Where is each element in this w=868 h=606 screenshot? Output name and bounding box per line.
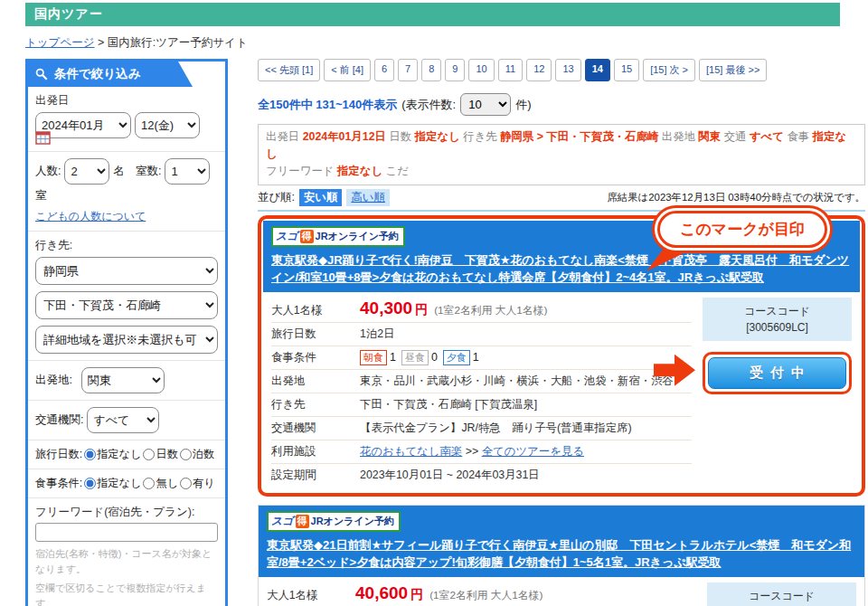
transport-row: 交通機関 【表示代金プラン】JR/特急 踊り子号(普通車指定席) [271, 417, 692, 440]
highlight-frame: スゴ 得 JRオンライン予約 東京駅発◆JR踊り子で行く!南伊豆 下賀茂★花のお… [258, 215, 865, 497]
breadcrumb-home-link[interactable]: トップページ [25, 36, 94, 49]
origin-select[interactable]: 関東 [81, 367, 165, 393]
filter-sidebar-header: 条件で絞り込み [28, 62, 193, 87]
all-tours-link[interactable]: 全てのツアーを見る [482, 445, 584, 458]
pagination-page-14-current[interactable]: 14 [585, 59, 610, 81]
tour-card-2-header: スゴ 得 JRオンライン予約 東京駅発◆21日前割★サフィール踊り子で行く南伊豆… [259, 506, 864, 577]
meal-option-without[interactable]: 無し [143, 476, 178, 491]
people-unit: 名 [113, 164, 125, 179]
meal-radio-without[interactable] [143, 478, 155, 489]
trip-days-option-days[interactable]: 日数 [143, 447, 177, 462]
destination-row: 行き先 下田・下賀茂・石廊崎 [下賀茂温泉] [271, 393, 692, 417]
meal-option-none[interactable]: 指定なし [84, 476, 141, 491]
price-value: 40,600 [355, 583, 408, 603]
pagination-page-9[interactable]: 9 [445, 59, 465, 81]
transport-section: 交通機関: すべて [28, 400, 225, 440]
results-count-row: 全150件中 131~140件表示 (表示件数: 10 件) [258, 93, 865, 116]
calendar-icon[interactable] [35, 131, 51, 145]
facility-link[interactable]: 花のおもてなし南楽 [360, 445, 462, 458]
course-code-box: コースコード [3005609LC] [703, 298, 852, 341]
toku-logo-mark: 得 [300, 230, 314, 243]
destination-area-select[interactable]: 下田・下賀茂・石廊崎 [35, 291, 218, 319]
destination-pref-select[interactable]: 静岡県 [35, 257, 218, 285]
status-highlight-ring: 受付中 [703, 352, 852, 394]
trip-days-label: 旅行日数: [35, 447, 82, 462]
pagination: << 先頭 [1] < 前 [4] 6 7 8 9 10 11 12 13 14… [258, 59, 865, 81]
trip-days-radio-nights[interactable] [180, 449, 192, 460]
trip-days-section: 旅行日数: 指定なし 日数 泊数 [28, 440, 225, 469]
accepting-button[interactable]: 受付中 [708, 357, 846, 389]
per-page-suffix: 件) [515, 97, 531, 113]
trip-days-row: 旅行日数 1泊2日 [271, 323, 692, 346]
jr-online-label: JRオンライン予約 [316, 230, 399, 243]
tour-card-2: スゴ 得 JRオンライン予約 東京駅発◆21日前割★サフィール踊り子で行く南伊豆… [258, 505, 865, 606]
rooms-label: 室数: [136, 164, 161, 179]
sort-cheapest-button[interactable]: 安い順 [299, 189, 342, 206]
rooms-unit: 室 [35, 188, 47, 204]
filter-sidebar: 条件で絞り込み 出発日 2024年01月 12(金) [25, 59, 228, 606]
filter-summary-box: 出発日 2024年01月12日 日数 指定なし 行き先 静岡県 > 下田・下賀茂… [258, 124, 865, 185]
facility-row: 利用施設 花のおもてなし南楽 >> 全てのツアーを見る [271, 440, 692, 464]
pagination-page-6[interactable]: 6 [374, 59, 394, 81]
meal-radio-none[interactable] [84, 478, 96, 489]
availability-timestamp-note: 席結果は2023年12月13日 03時40分時点での状況です。 [607, 191, 865, 204]
tour-card-2-side: コースコード [3004919ME] 満席 [707, 580, 856, 606]
sugotoku-jr-badge: スゴ 得 JRオンライン予約 [271, 226, 405, 247]
freeword-section: フリーワード(宿泊先・プラン): 宿泊先(名称・特徴)・コース名が対象となります… [28, 497, 225, 606]
pagination-first[interactable]: << 先頭 [1] [258, 59, 320, 81]
transport-label: 交通機関: [35, 412, 83, 428]
pagination-page-13[interactable]: 13 [555, 59, 580, 81]
per-page-select[interactable]: 10 [460, 93, 511, 116]
transport-select[interactable]: すべて [87, 407, 159, 433]
meal-condition-section: 食事条件: 指定なし 無し 有り [28, 469, 225, 497]
pagination-next[interactable]: [15] 次 > [643, 59, 695, 81]
pagination-page-15[interactable]: 15 [614, 59, 639, 81]
pagination-page-11[interactable]: 11 [498, 59, 523, 81]
sort-label: 並び順: [258, 190, 295, 205]
filter-summary-line-1: 出発日 2024年01月12日 日数 指定なし 行き先 静岡県 > 下田・下賀茂… [266, 128, 857, 163]
freeword-label: フリーワード(宿泊先・プラン): [35, 505, 218, 520]
results-main: << 先頭 [1] < 前 [4] 6 7 8 9 10 11 12 13 14… [258, 59, 865, 606]
trip-days-radio-none[interactable] [84, 449, 96, 460]
trip-days-option-none[interactable]: 指定なし [84, 447, 141, 462]
pagination-prev[interactable]: < 前 [4] [324, 59, 371, 81]
departure-date-label: 出発日 [35, 93, 218, 109]
sort-expensive-button[interactable]: 高い順 [346, 189, 389, 206]
pagination-page-12[interactable]: 12 [526, 59, 552, 81]
sugotoku-logo: スゴ [276, 229, 298, 244]
pagination-page-7[interactable]: 7 [398, 59, 418, 81]
per-page-prefix: (表示件数: [401, 97, 456, 113]
tour-title-link[interactable]: 東京駅発◆JR踊り子で行く!南伊豆 下賀茂★花のおもてなし南楽<禁煙 下賀茂亭 … [271, 251, 852, 287]
sort-row: 並び順: 安い順 高い順 席結果は2023年12月13日 03時40分時点での状… [258, 189, 865, 212]
results-count: 全150件中 131~140件表示 [258, 97, 397, 113]
rooms-select[interactable]: 1 [165, 158, 210, 185]
freeword-note-1: 宿泊先(名称・特徴)・コース名が対象となります。 [35, 546, 218, 576]
origin-label: 出発地: [35, 373, 72, 388]
filter-sidebar-title: 条件で絞り込み [54, 66, 140, 82]
breadcrumb-separator: > [98, 36, 104, 49]
children-count-link[interactable]: こどもの人数について [35, 209, 146, 224]
meal-radio-with[interactable] [180, 478, 192, 489]
price-row: 大人1名様 40,300 円 (1室2名利用 大人1名様) [271, 295, 692, 323]
meal-row: 食事条件 朝食1 昼食0 夕食1 [271, 346, 692, 370]
tour-card-2-body: 大人1名様 40,600 円 (1室2名利用 大人1名様) 旅行日数 1泊2日 … [259, 577, 864, 606]
meal-option-with[interactable]: 有り [180, 476, 215, 491]
filter-summary-line-2: フリーワード 指定なし こだ [266, 163, 857, 180]
trip-days-radio-days[interactable] [143, 449, 155, 460]
people-select[interactable]: 2 [64, 158, 109, 185]
period-row: 設定期間 2023年10月01日 ~ 2024年03月31日 [271, 464, 692, 487]
destination-detail-select[interactable]: 詳細地域を選択※未選択も可 [35, 326, 218, 354]
pagination-last[interactable]: [15] 最後 >> [699, 59, 767, 81]
search-icon [35, 68, 48, 80]
lunch-badge: 昼食 [401, 350, 429, 365]
course-code-box: コースコード [3004919ME] [707, 582, 856, 606]
pagination-page-8[interactable]: 8 [421, 59, 441, 81]
departure-day-select[interactable]: 12(金) [135, 112, 200, 138]
pagination-page-10[interactable]: 10 [468, 59, 494, 81]
tour-title-link[interactable]: 東京駅発◆21日前割★サフィール踊り子で行く南伊豆★里山の別邸 下田セントラルホ… [267, 536, 856, 572]
origin-section: 出発地: 関東 [28, 360, 225, 400]
freeword-input[interactable] [35, 523, 218, 542]
tour-card-1-side: コースコード [3005609LC] 受付中 [703, 295, 852, 487]
trip-days-option-nights[interactable]: 泊数 [180, 447, 214, 462]
tour-card-1: スゴ 得 JRオンライン予約 東京駅発◆JR踊り子で行く!南伊豆 下賀茂★花のお… [263, 221, 860, 491]
